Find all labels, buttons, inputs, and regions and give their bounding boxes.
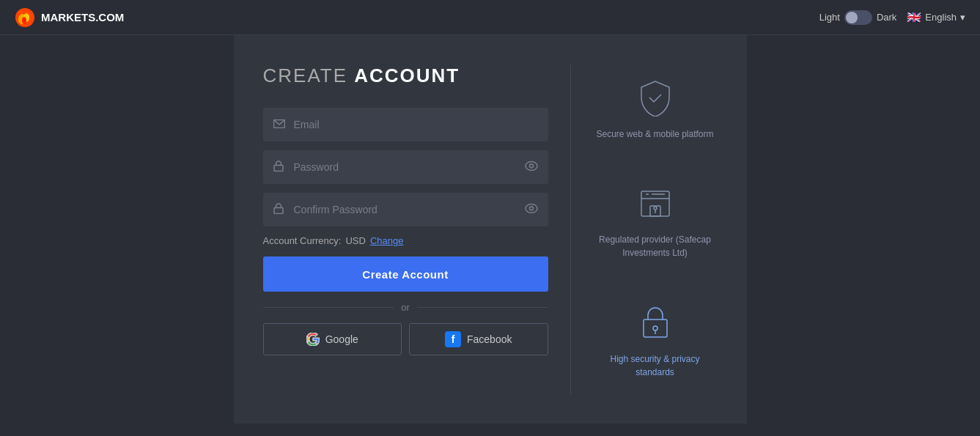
currency-row: Account Currency: USD Change (263, 235, 548, 246)
password-eye-icon[interactable] (525, 161, 538, 174)
svg-point-10 (529, 207, 533, 210)
confirm-password-group (263, 193, 548, 226)
language-label: English (925, 12, 957, 23)
currency-label: Account Currency: (263, 235, 342, 246)
google-button[interactable]: Google (263, 323, 402, 355)
title-light: CREATE (263, 64, 355, 86)
secure-label: Secure web & mobile platform (596, 128, 713, 141)
create-account-card: CREATE ACCOUNT (234, 35, 747, 424)
theme-dark-label: Dark (877, 12, 896, 23)
logo-text: MARKETS.COM (41, 11, 124, 23)
currency-change-link[interactable]: Change (370, 235, 404, 246)
google-icon (306, 333, 320, 346)
facebook-label: Facebook (467, 333, 512, 345)
password-input[interactable] (263, 150, 548, 184)
toggle-thumb (846, 12, 858, 23)
logo: MARKETS.COM (15, 7, 124, 28)
create-account-button[interactable]: Create Account (263, 256, 548, 292)
svg-point-6 (526, 162, 537, 171)
divider-right (417, 307, 548, 308)
language-selector[interactable]: 🇬🇧 English ▾ (907, 10, 965, 24)
divider-left (263, 307, 394, 308)
header-controls: Light Dark 🇬🇧 English ▾ (819, 10, 965, 25)
form-section: CREATE ACCOUNT (263, 64, 571, 394)
shield-check-icon (638, 80, 672, 120)
secure-info-item: Secure web & mobile platform (593, 80, 718, 141)
title-bold: ACCOUNT (354, 64, 460, 86)
regulated-info-item: Regulated provider (Safecap Investments … (593, 185, 718, 259)
flag-icon: 🇬🇧 (907, 10, 921, 24)
svg-point-7 (529, 164, 533, 168)
or-divider: or (263, 302, 548, 313)
email-input[interactable] (263, 108, 548, 141)
theme-light-label: Light (819, 12, 840, 23)
social-buttons: Google f Facebook (263, 323, 548, 355)
svg-point-3 (22, 17, 26, 24)
svg-point-14 (654, 207, 657, 210)
confirm-password-input[interactable] (263, 193, 548, 226)
security-label: High security & privacy standards (593, 352, 718, 379)
or-label: or (401, 302, 410, 313)
logo-icon (15, 7, 35, 28)
svg-point-19 (653, 326, 657, 330)
toggle-track[interactable] (844, 10, 872, 25)
confirm-password-eye-icon[interactable] (525, 204, 538, 216)
password-group (263, 150, 548, 184)
svg-point-9 (526, 204, 537, 213)
lock-security-icon (641, 305, 670, 345)
regulated-icon (638, 185, 672, 226)
facebook-button[interactable]: f Facebook (409, 323, 548, 355)
svg-rect-18 (644, 319, 667, 337)
facebook-icon: f (445, 331, 461, 347)
theme-toggle[interactable]: Light Dark (819, 10, 897, 25)
header: MARKETS.COM Light Dark 🇬🇧 English ▾ (0, 0, 980, 35)
chevron-down-icon: ▾ (960, 12, 965, 23)
page-title: CREATE ACCOUNT (263, 64, 548, 87)
google-label: Google (325, 333, 358, 345)
info-section: Secure web & mobile platform Regulated (571, 64, 718, 394)
regulated-label: Regulated provider (Safecap Investments … (593, 233, 718, 259)
currency-value: USD (345, 235, 365, 246)
main-content: CREATE ACCOUNT (0, 35, 980, 424)
security-info-item: High security & privacy standards (593, 305, 718, 379)
email-group (263, 108, 548, 141)
